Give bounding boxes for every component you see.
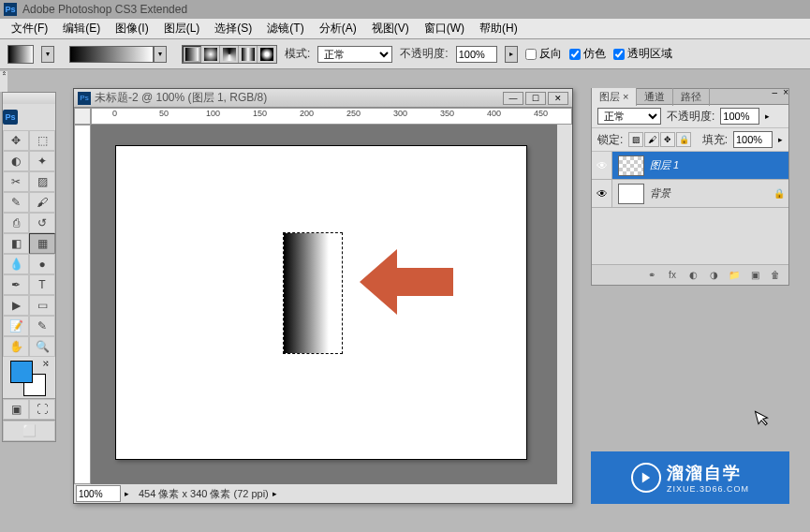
path-select-tool[interactable]: ▶ [3, 295, 29, 316]
status-dropdown-icon[interactable]: ▸ [272, 489, 277, 498]
menu-filter[interactable]: 滤镜(T) [259, 19, 311, 38]
shape-tool[interactable]: ▭ [29, 295, 55, 316]
gradient-angle-button[interactable] [220, 46, 239, 63]
gradient-linear-button[interactable] [183, 46, 201, 63]
opacity-input[interactable] [456, 46, 497, 63]
canvas-viewport[interactable] [91, 125, 557, 484]
history-brush-tool[interactable]: ↺ [29, 213, 55, 233]
menu-file[interactable]: 文件(F) [4, 19, 55, 38]
layer-opacity-dropdown-icon[interactable]: ▸ [765, 111, 770, 121]
menu-image[interactable]: 图像(I) [108, 19, 155, 38]
layer-group-button[interactable]: 📁 [727, 268, 742, 283]
eraser-tool[interactable]: ◧ [3, 233, 29, 254]
close-button[interactable]: ✕ [548, 92, 568, 105]
gradient-reflected-button[interactable] [239, 46, 258, 63]
adjustment-layer-button[interactable]: ◑ [706, 268, 721, 283]
move-tool[interactable]: ✥ [3, 130, 29, 151]
layer-style-button[interactable]: fx [665, 268, 680, 283]
type-tool[interactable]: T [29, 274, 55, 295]
panel-close-icon[interactable]: × [783, 87, 788, 97]
annotation-arrow-icon [360, 240, 453, 324]
transparency-checkbox[interactable]: 透明区域 [613, 46, 672, 62]
layer-thumbnail[interactable] [618, 155, 644, 176]
blur-tool[interactable]: 💧 [3, 254, 29, 274]
lasso-tool[interactable]: ◐ [3, 151, 29, 171]
gradient-radial-button[interactable] [201, 46, 220, 63]
minimize-button[interactable]: — [503, 92, 523, 105]
layer-item[interactable]: 👁 图层 1 [592, 152, 788, 180]
ruler-vertical[interactable] [74, 125, 91, 484]
document-titlebar[interactable]: Ps 未标题-2 @ 100% (图层 1, RGB/8) — ☐ ✕ [74, 89, 572, 108]
stamp-tool[interactable]: ⎙ [3, 213, 29, 233]
new-layer-button[interactable]: ▣ [747, 268, 762, 283]
zoom-input[interactable] [76, 485, 121, 502]
lock-all-button[interactable]: 🔒 [676, 132, 691, 147]
zoom-dropdown-icon[interactable]: ▸ [125, 489, 129, 498]
gradient-picker[interactable] [69, 46, 154, 63]
screenmode-cycle[interactable]: ⬜ [3, 421, 55, 441]
blend-mode-select[interactable]: 正常 [597, 108, 661, 125]
menu-view[interactable]: 视图(V) [364, 19, 417, 38]
link-layers-button[interactable]: ⚭ [644, 268, 659, 283]
maximize-button[interactable]: ☐ [525, 92, 546, 105]
document-title: 未标题-2 @ 100% (图层 1, RGB/8) [95, 90, 267, 106]
tab-layers[interactable]: 图层 × [592, 88, 637, 106]
lock-transparent-button[interactable]: ▨ [628, 132, 643, 147]
layer-item[interactable]: 👁 背景 🔒 [592, 180, 788, 208]
hand-tool[interactable]: ✋ [3, 336, 29, 357]
brush-tool[interactable]: 🖌 [29, 192, 55, 213]
marquee-tool[interactable]: ⬚ [29, 130, 55, 151]
tab-channels[interactable]: 通道 [637, 88, 673, 106]
menu-select[interactable]: 选择(S) [207, 19, 259, 38]
gradient-picker-dropdown[interactable]: ▾ [154, 46, 167, 63]
quickmask-button[interactable]: ▣ [3, 399, 29, 420]
zoom-tool[interactable]: 🔍 [29, 336, 55, 357]
screenmode-button[interactable]: ⛶ [29, 399, 55, 420]
dodge-tool[interactable]: ● [29, 254, 55, 274]
menu-edit[interactable]: 编辑(E) [55, 19, 108, 38]
menu-bar: 文件(F) 编辑(E) 图像(I) 图层(L) 选择(S) 滤镜(T) 分析(A… [0, 19, 810, 39]
layer-mask-button[interactable]: ◐ [685, 268, 700, 283]
layer-opacity-input[interactable] [720, 108, 759, 125]
wand-tool[interactable]: ✦ [29, 151, 55, 171]
ruler-origin[interactable] [74, 108, 91, 125]
delete-layer-button[interactable]: 🗑 [768, 268, 783, 283]
dither-checkbox[interactable]: 仿色 [569, 46, 606, 62]
lock-position-button[interactable]: ✥ [660, 132, 675, 147]
gradient-diamond-button[interactable] [258, 46, 276, 63]
healing-tool[interactable]: ✎ [3, 192, 29, 213]
layer-visibility-toggle[interactable]: 👁 [592, 152, 612, 179]
notes-tool[interactable]: 📝 [3, 316, 29, 336]
toolbox-collapse-tab[interactable]: ‹‹ [0, 71, 7, 92]
gradient-fill-sample [284, 233, 329, 353]
opacity-dropdown[interactable]: ▸ [505, 46, 518, 63]
lock-pixels-button[interactable]: 🖌 [644, 132, 659, 147]
eyedropper-tool[interactable]: ✎ [29, 316, 55, 336]
fill-input[interactable] [733, 131, 773, 148]
tool-preset-icon[interactable] [7, 45, 34, 64]
menu-help[interactable]: 帮助(H) [472, 19, 525, 38]
mode-select[interactable]: 正常 [317, 46, 392, 63]
tool-preset-dropdown[interactable]: ▾ [41, 46, 54, 63]
crop-tool[interactable]: ✂ [3, 171, 29, 192]
fill-dropdown-icon[interactable]: ▸ [778, 135, 783, 144]
foreground-color-swatch[interactable] [10, 361, 33, 383]
layer-name[interactable]: 图层 1 [650, 158, 788, 172]
layer-name[interactable]: 背景 [650, 186, 770, 200]
menu-window[interactable]: 窗口(W) [417, 19, 472, 38]
tab-paths[interactable]: 路径 [673, 88, 710, 106]
menu-layer[interactable]: 图层(L) [156, 19, 208, 38]
ruler-horizontal[interactable]: 0 50 100 150 200 250 300 350 400 450 [91, 108, 572, 125]
gradient-tool[interactable]: ▦ [29, 233, 55, 254]
pen-tool[interactable]: ✒ [3, 274, 29, 295]
panel-minimize-icon[interactable]: – [773, 87, 778, 97]
swap-colors-icon[interactable]: ⤭ [42, 359, 50, 368]
vertical-scrollbar[interactable] [557, 125, 572, 484]
watermark-play-icon [631, 463, 661, 493]
menu-analysis[interactable]: 分析(A) [312, 19, 364, 38]
layer-visibility-toggle[interactable]: 👁 [592, 180, 612, 207]
reverse-checkbox[interactable]: 反向 [525, 46, 562, 62]
canvas[interactable] [115, 145, 527, 460]
layer-thumbnail[interactable] [618, 184, 644, 204]
slice-tool[interactable]: ▨ [29, 171, 55, 192]
